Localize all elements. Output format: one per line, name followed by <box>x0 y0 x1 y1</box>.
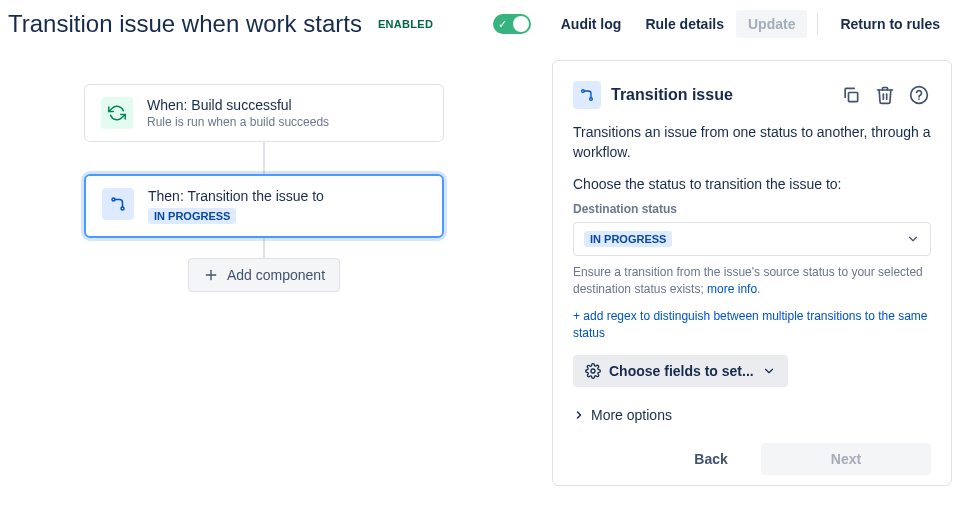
transition-icon <box>573 81 601 109</box>
trigger-subtitle: Rule is run when a build succeeds <box>147 115 329 129</box>
more-options-label: More options <box>591 407 672 423</box>
add-component-button[interactable]: Add component <box>188 258 340 292</box>
choose-fields-button[interactable]: Choose fields to set... <box>573 355 788 387</box>
svg-point-7 <box>911 87 928 104</box>
destination-status-label: Destination status <box>573 202 931 216</box>
trigger-card[interactable]: When: Build successful Rule is run when … <box>84 84 444 142</box>
nav-audit-log[interactable]: Audit log <box>549 10 634 38</box>
svg-point-9 <box>591 369 595 373</box>
action-title: Then: Transition the issue to <box>148 188 324 204</box>
choose-fields-label: Choose fields to set... <box>609 363 754 379</box>
config-panel: Transition issue Transitions an issue fr… <box>552 60 952 486</box>
gear-icon <box>585 363 601 379</box>
back-button[interactable]: Back <box>671 443 751 475</box>
svg-rect-6 <box>849 93 858 102</box>
choose-status-label: Choose the status to transition the issu… <box>573 176 931 192</box>
more-info-link[interactable]: more info <box>707 282 757 296</box>
chevron-down-icon <box>906 232 920 246</box>
add-regex-link[interactable]: + add regex to distinguish between multi… <box>573 308 931 342</box>
enabled-badge: ENABLED <box>374 16 437 32</box>
enable-toggle[interactable]: ✓ <box>493 14 531 34</box>
chevron-down-icon <box>762 364 776 378</box>
nav-return-to-rules[interactable]: Return to rules <box>828 10 952 38</box>
transition-icon <box>102 188 134 220</box>
action-card[interactable]: Then: Transition the issue to IN PROGRES… <box>84 174 444 238</box>
more-options-toggle[interactable]: More options <box>573 401 931 429</box>
delete-icon[interactable] <box>873 83 897 107</box>
connector-line <box>263 142 265 174</box>
nav-divider <box>817 13 818 35</box>
next-button: Next <box>761 443 931 475</box>
add-component-label: Add component <box>227 267 325 283</box>
helper-text: Ensure a transition from the issue's sou… <box>573 264 931 298</box>
destination-status-select[interactable]: IN PROGRESS <box>573 222 931 256</box>
check-icon: ✓ <box>498 19 507 30</box>
chevron-right-icon <box>573 409 585 421</box>
refresh-icon <box>101 97 133 129</box>
panel-title: Transition issue <box>611 86 829 104</box>
toggle-knob <box>513 16 529 32</box>
action-status-pill: IN PROGRESS <box>148 208 236 224</box>
nav-rule-details[interactable]: Rule details <box>633 10 736 38</box>
panel-description: Transitions an issue from one status to … <box>573 123 931 162</box>
help-icon[interactable] <box>907 83 931 107</box>
nav-update: Update <box>736 10 807 38</box>
page-title: Transition issue when work starts <box>8 10 362 38</box>
selected-status-value: IN PROGRESS <box>584 231 672 247</box>
copy-icon[interactable] <box>839 83 863 107</box>
trigger-title: When: Build successful <box>147 97 329 113</box>
connector-line <box>263 238 265 258</box>
